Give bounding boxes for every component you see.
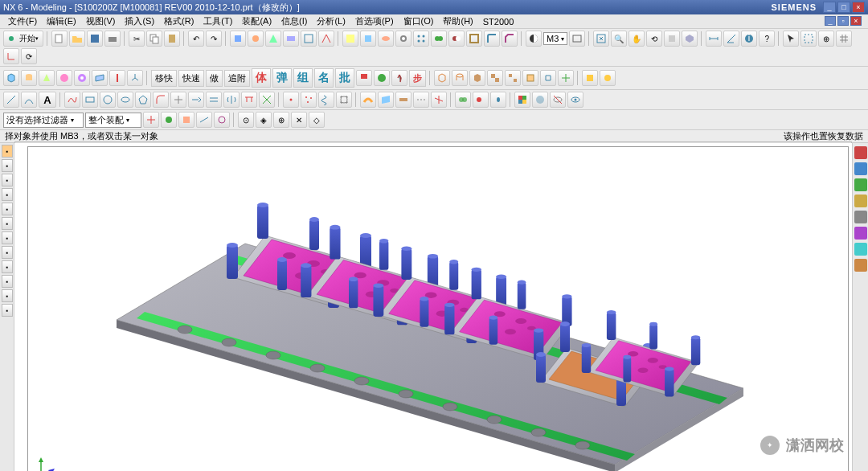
minimize-button[interactable]: _ <box>823 2 836 13</box>
cut-icon[interactable]: ✂ <box>129 31 145 47</box>
flag-red-icon[interactable] <box>356 70 372 86</box>
sphere-icon[interactable] <box>56 70 72 86</box>
cone-icon[interactable] <box>39 70 55 86</box>
tool-b-icon[interactable] <box>248 31 264 47</box>
sweep-icon[interactable] <box>360 92 376 108</box>
menu-info[interactable]: 信息(I) <box>276 15 312 27</box>
print-icon[interactable] <box>104 31 121 47</box>
snap-mid-icon[interactable]: ◈ <box>256 112 272 128</box>
extrude-icon[interactable] <box>360 31 376 47</box>
txtbtn-body[interactable]: 体 <box>252 68 271 88</box>
selection-filter-dropdown[interactable]: 没有选择过滤器 <box>3 113 84 128</box>
mirror-icon[interactable] <box>223 92 240 108</box>
start-button[interactable]: 开始▾ <box>3 31 43 47</box>
show-icon[interactable] <box>567 92 583 108</box>
res-blue-icon[interactable] <box>854 162 867 175</box>
fit-icon[interactable] <box>593 31 609 47</box>
tool-a-icon[interactable] <box>230 31 246 47</box>
redo-icon[interactable]: ↷ <box>206 31 222 47</box>
circle-icon[interactable] <box>100 92 116 108</box>
undo-icon[interactable]: ↶ <box>188 31 204 47</box>
nav-tab-2[interactable]: ▪ <box>2 159 13 172</box>
menu-view[interactable]: 视图(V) <box>81 15 121 27</box>
revolve-icon[interactable] <box>378 31 394 47</box>
trim-icon[interactable] <box>170 92 186 108</box>
res-orange-icon[interactable] <box>854 259 867 272</box>
color-icon[interactable] <box>514 92 530 108</box>
new-icon[interactable] <box>51 31 68 47</box>
cursor-icon[interactable] <box>783 31 799 47</box>
gold-box-icon[interactable] <box>582 70 598 86</box>
box-icon[interactable] <box>3 70 19 86</box>
fillet-curve-icon[interactable] <box>153 92 169 108</box>
wireframe-cyl-icon[interactable] <box>452 70 468 86</box>
snap-end-icon[interactable]: ⊙ <box>238 112 254 128</box>
txtbtn-b[interactable]: 快速 <box>178 70 204 87</box>
txtbtn-d[interactable]: 追附 <box>224 70 250 87</box>
assembly-icon[interactable] <box>487 70 503 86</box>
nav-tab-1[interactable]: ▪ <box>2 145 13 158</box>
nav-tab-11[interactable]: ▪ <box>2 289 13 302</box>
boolean-u-icon[interactable] <box>455 92 471 108</box>
filter-a-icon[interactable] <box>143 112 159 128</box>
split-icon[interactable] <box>431 92 447 108</box>
cylinder-icon[interactable] <box>21 70 37 86</box>
sketch-icon[interactable] <box>342 31 358 47</box>
doc-close-button[interactable]: × <box>850 16 862 26</box>
subtract-icon[interactable] <box>448 31 465 47</box>
nav-tab-9[interactable]: ▪ <box>2 260 13 273</box>
chamfer-icon[interactable] <box>502 31 518 47</box>
txtbtn-spring[interactable]: 弹 <box>272 68 292 88</box>
menu-assembly[interactable]: 装配(A) <box>237 15 276 27</box>
material-dropdown[interactable]: M3 <box>543 32 567 45</box>
filter-d-icon[interactable] <box>196 112 212 128</box>
res-red-icon[interactable] <box>854 146 867 159</box>
hole-icon[interactable] <box>395 31 411 47</box>
menu-analysis[interactable]: 分析(L) <box>312 15 350 27</box>
nav-tab-4[interactable]: ▪ <box>2 188 13 201</box>
measure-dist-icon[interactable] <box>706 31 722 47</box>
save-icon[interactable] <box>87 31 103 47</box>
transparent-icon[interactable] <box>532 92 548 108</box>
doc-minimize-button[interactable]: _ <box>825 16 836 26</box>
constraint-icon[interactable] <box>540 70 556 86</box>
offset-icon[interactable] <box>206 92 222 108</box>
snap-ctr-icon[interactable]: ⊕ <box>273 112 289 128</box>
helix-icon[interactable] <box>318 92 334 108</box>
surf-icon[interactable] <box>378 92 394 108</box>
filter-c-icon[interactable] <box>178 112 194 128</box>
tool-c-icon[interactable] <box>265 31 281 47</box>
menu-pref[interactable]: 首选项(P) <box>350 15 399 27</box>
component-icon[interactable] <box>522 70 538 86</box>
nav-tab-8[interactable]: ▪ <box>2 246 13 259</box>
nav-tab-6[interactable]: ▪ <box>2 217 13 230</box>
spline-icon[interactable] <box>64 92 80 108</box>
solid-box-icon[interactable] <box>469 70 485 86</box>
menu-insert[interactable]: 插入(S) <box>120 15 159 27</box>
txtbtn-group[interactable]: 组 <box>293 68 313 88</box>
txtbtn-a[interactable]: 移快 <box>151 70 177 87</box>
res-purple-icon[interactable] <box>854 227 867 240</box>
tool-e-icon[interactable] <box>301 31 317 47</box>
filter-e-icon[interactable] <box>214 112 230 128</box>
walk-icon[interactable] <box>391 70 407 86</box>
measure-angle-icon[interactable] <box>723 31 739 47</box>
nav-tab-10[interactable]: ▪ <box>2 275 13 288</box>
menu-st2000[interactable]: ST2000 <box>478 17 519 27</box>
ellipse-icon[interactable] <box>117 92 133 108</box>
torus-icon[interactable] <box>74 70 90 86</box>
wcs-icon[interactable] <box>318 31 334 47</box>
boolean-i-icon[interactable] <box>490 92 506 108</box>
viewport[interactable] <box>14 143 868 471</box>
csys-icon[interactable] <box>3 48 19 64</box>
scope-dropdown[interactable]: 整个装配 <box>85 113 141 128</box>
shell-icon[interactable] <box>466 31 482 47</box>
arc-icon[interactable] <box>21 92 37 108</box>
refresh-icon[interactable]: ⟳ <box>21 48 37 64</box>
res-green-icon[interactable] <box>854 178 867 191</box>
filter-b-icon[interactable] <box>161 112 177 128</box>
open-icon[interactable] <box>69 31 85 47</box>
menu-format[interactable]: 格式(R) <box>159 15 199 27</box>
txtbtn-name[interactable]: 名 <box>314 68 334 88</box>
snap-int-icon[interactable]: ✕ <box>291 112 307 128</box>
